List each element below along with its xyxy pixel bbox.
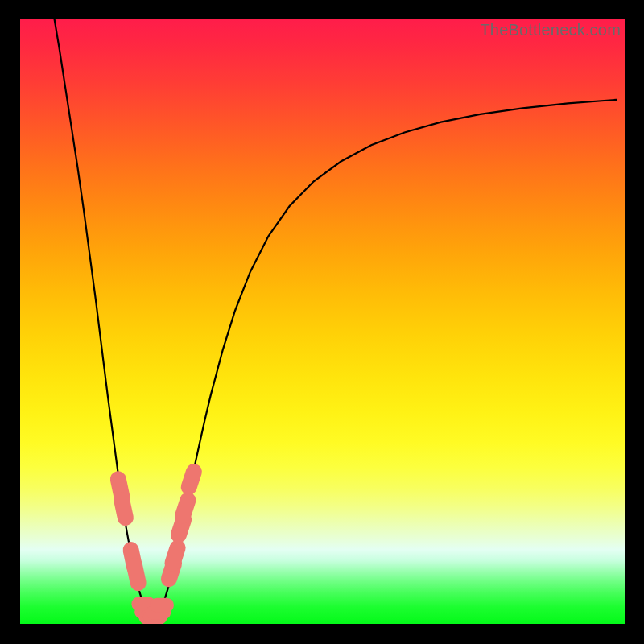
marker-blob xyxy=(189,472,194,487)
marker-blob xyxy=(134,566,138,584)
watermark-text: TheBottleneck.com xyxy=(480,21,621,39)
marker-blob xyxy=(118,479,122,497)
marker-blob xyxy=(183,500,188,515)
marker-layer xyxy=(20,19,625,624)
curve-path xyxy=(53,19,616,617)
marker-blob xyxy=(122,501,126,518)
marker-blob xyxy=(131,550,135,568)
marker-blob xyxy=(179,519,184,535)
plot-area: TheBottleneck.com xyxy=(20,19,625,624)
chart-frame: TheBottleneck.com xyxy=(0,0,644,644)
marker-blob xyxy=(169,564,174,579)
bottleneck-curve xyxy=(20,19,625,624)
marker-blob xyxy=(172,548,177,564)
